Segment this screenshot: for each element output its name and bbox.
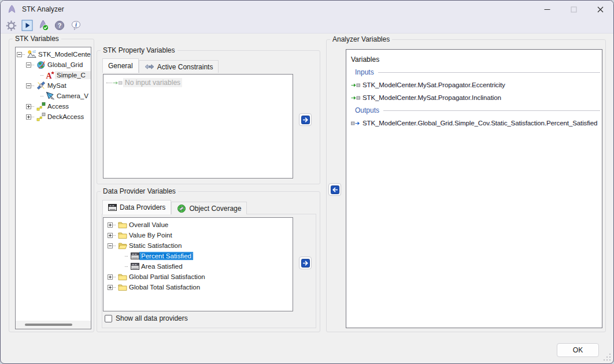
output-variable-row[interactable]: STK_ModelCenter.Global_Grid.Simple_Cov.S… [351,117,602,129]
collapse-toggle[interactable] [17,52,22,57]
run-play-icon[interactable] [21,19,34,32]
collapse-toggle[interactable] [26,83,31,88]
maximize-icon [571,6,577,13]
tree-item-label: Percent Satisfied [139,252,193,260]
folder-icon [118,231,127,240]
access-icon [36,102,46,111]
tab-general[interactable]: General [102,58,139,73]
add-data-provider-variable-button[interactable] [299,257,312,269]
tree-item-global-total-satisfaction[interactable]: Global Total Satisfaction [103,282,293,292]
close-button[interactable] [587,1,613,18]
tree-item-label: STK_ModelCente [36,50,91,58]
input-variable-row[interactable]: STK_ModelCenter.MySat.Propagator.Eccentr… [351,79,602,91]
show-all-data-providers-checkbox[interactable] [105,315,112,322]
tab-data-providers[interactable]: Data Providers [102,200,171,214]
input-variable-row[interactable]: STK_ModelCenter.MySat.Propagator.Inclina… [351,91,602,104]
tree-item-percent-satisfied[interactable]: Percent Satisfied [103,251,293,261]
stk-property-variables-group-title: STK Property Variables [101,46,177,54]
variable-name: STK_ModelCenter.MySat.Propagator.Eccentr… [363,81,505,88]
tree-item-label: MySat [46,81,68,90]
outputs-section-label: Outputs [355,106,379,114]
collapse-toggle[interactable] [26,62,31,68]
tree-item-camera-view[interactable]: Camera_V [16,91,91,101]
add-property-variable-button[interactable] [299,113,312,126]
figure-of-merit-icon: A [46,70,55,80]
coverage-globe-icon [36,60,46,69]
tab-active-constraints[interactable]: Active Constraints [139,60,219,73]
settings-gear-icon[interactable] [5,19,17,32]
validate-check-icon[interactable] [37,19,50,32]
tree-item-overall-value[interactable]: Overall Value [103,220,293,230]
arrow-left-icon [331,185,339,194]
property-variables-tree: No input variables [103,74,293,179]
report-icon [130,262,139,271]
variable-name: STK_ModelCenter.MySat.Propagator.Inclina… [363,94,501,101]
tree-item-label: Global Total Satisfaction [127,283,202,291]
svg-text:?: ? [58,22,62,29]
data-providers-tree: Overall Value Value By Point [103,217,293,311]
outputs-section: Outputs [351,104,602,117]
tree-item-label: Simple_C [55,71,91,79]
tree-item-deckaccess[interactable]: DeckAccess [16,112,91,122]
tree-item-label: Area Satisfied [139,262,184,270]
folder-icon [118,283,127,292]
expand-toggle[interactable] [108,285,113,290]
toolbar: ? i [1,18,613,34]
tree-item-label: DeckAccess [46,113,86,121]
inputs-section: Inputs [351,66,602,79]
sensor-icon [46,91,55,101]
tree-item-stk-modelcenter[interactable]: STK_ModelCente [16,49,91,60]
arrow-right-icon [301,259,310,268]
horizontal-scrollbar[interactable] [16,321,91,329]
tree-item-global-partial-satisfaction[interactable]: Global Partial Satisfaction [103,272,293,282]
expand-toggle[interactable] [108,233,113,238]
tree-item-static-satisfaction[interactable]: Static Satisfaction [103,240,293,251]
empty-message: No input variables [123,78,182,87]
empty-input-variables-item: No input variables [103,77,293,88]
ok-button[interactable]: OK [557,343,599,357]
resize-grip[interactable] [604,354,611,361]
report-icon [130,251,139,261]
tree-item-global-grid[interactable]: Global_Grid [16,60,91,70]
tree-item-area-satisfied[interactable]: Area Satisfied [103,261,293,272]
output-variable-icon [351,118,361,128]
expand-toggle[interactable] [108,222,113,228]
tree-item-label: Global_Grid [46,61,84,69]
expand-toggle[interactable] [26,114,31,120]
folder-icon [118,220,127,229]
folder-open-icon [118,241,127,250]
analyzer-variables-list: Variables Inputs STK_ModelCenter.MySat.P… [346,49,602,328]
close-icon [597,6,604,13]
stk-analyzer-window: STK Analyzer [0,0,614,364]
tree-item-label: Overall Value [127,221,170,229]
minimize-button[interactable] [534,1,560,18]
tab-object-coverage[interactable]: Object Coverage [171,202,247,214]
variables-list-header: Variables [351,53,602,66]
tab-label: Data Providers [120,203,165,211]
tree-item-value-by-point[interactable]: Value By Point [103,230,293,240]
expand-toggle[interactable] [108,274,113,280]
arrow-right-icon [301,116,310,124]
tree-item-label: Access [46,102,71,110]
tree-item-simple-cov[interactable]: A Simple_C [16,70,91,80]
object-coverage-icon [177,204,186,213]
show-all-data-providers-row: Show all data providers [105,314,188,322]
tree-item-mysat[interactable]: MySat [16,80,91,91]
stk-variables-group-title: STK Variables [13,35,61,43]
scrollbar-thumb[interactable] [25,324,72,326]
tab-label: Active Constraints [157,63,213,71]
tree-item-label: Static Satisfaction [127,242,183,250]
help-question-icon[interactable]: ? [53,19,66,32]
collapse-toggle[interactable] [108,243,113,248]
remove-variable-button[interactable] [328,183,341,196]
tree-item-access[interactable]: Access [16,101,91,112]
about-info-icon[interactable]: i [69,19,82,32]
tree-item-label: Global Partial Satisfaction [127,273,207,281]
expand-toggle[interactable] [26,104,31,109]
scenario-icon [27,50,36,59]
analyzer-variables-group: Analyzer Variables Variables Inputs STK_… [326,39,606,332]
titlebar[interactable]: STK Analyzer [1,1,613,18]
stk-property-variables-group: STK Property Variables General Active Co… [97,50,320,184]
inputs-section-label: Inputs [355,68,374,76]
checkbox-label: Show all data providers [116,314,188,322]
